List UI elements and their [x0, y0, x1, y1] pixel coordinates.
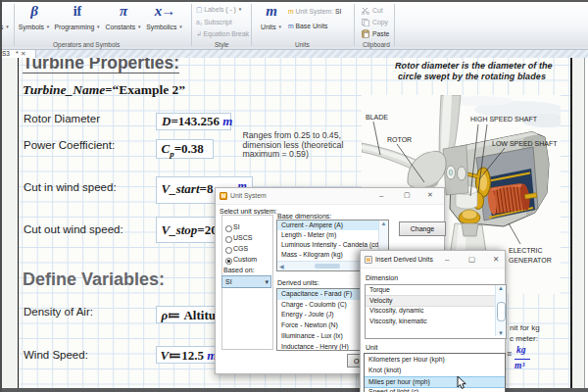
svg-text:ROTOR: ROTOR [387, 136, 412, 143]
svg-text:GENERATOR: GENERATOR [509, 257, 552, 264]
svg-text:BLADE: BLADE [366, 114, 388, 121]
svg-text:LOW SPEED SHAFT: LOW SPEED SHAFT [492, 140, 558, 147]
svg-text:HIGH SPEED SHAFT: HIGH SPEED SHAFT [470, 116, 538, 122]
svg-text:ELECTRIC: ELECTRIC [509, 247, 543, 254]
